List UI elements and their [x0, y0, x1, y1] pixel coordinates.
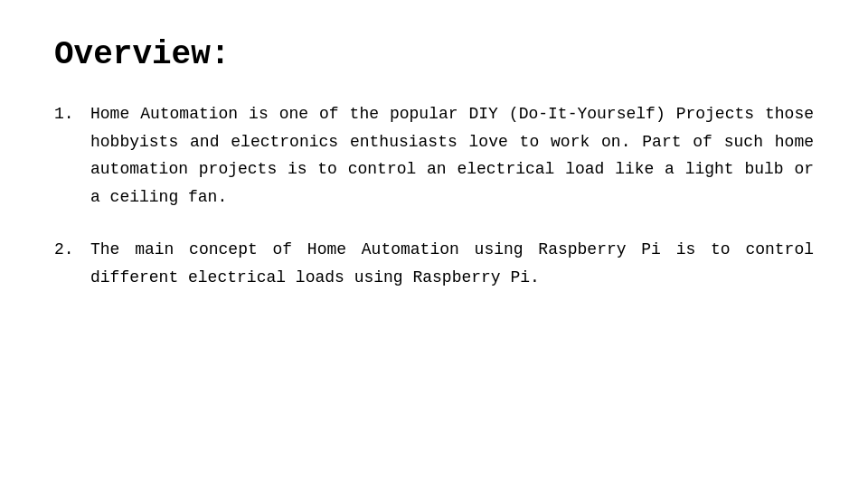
list-number-1: 1.	[54, 100, 90, 128]
list-text-1: Home Automation is one of the popular DI…	[90, 100, 814, 211]
slide-title: Overview:	[54, 36, 814, 73]
list-text-2: The main concept of Home Automation usin…	[90, 236, 814, 291]
list-item-2: 2. The main concept of Home Automation u…	[54, 236, 814, 291]
slide: Overview: 1. Home Automation is one of t…	[0, 0, 868, 488]
list-item-1: 1. Home Automation is one of the popular…	[54, 100, 814, 211]
content-list: 1. Home Automation is one of the popular…	[54, 100, 814, 292]
list-number-2: 2.	[54, 236, 90, 264]
